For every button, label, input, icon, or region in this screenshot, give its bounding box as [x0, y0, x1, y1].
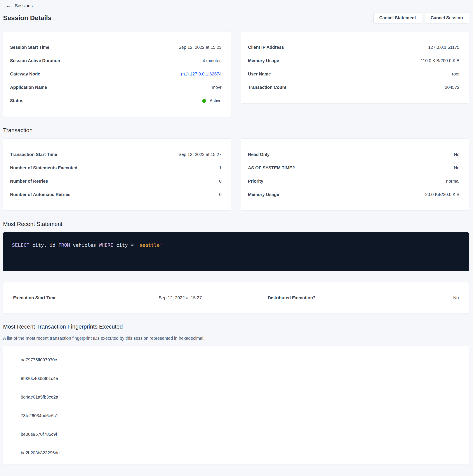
sql-statement-block: SELECT city, id FROM vehicles WHERE city… [3, 232, 469, 271]
info-label: Read Only [248, 152, 270, 157]
info-label: Priority [248, 179, 263, 184]
execution-start-time-value: Sep 12, 2022 at 15:27 [125, 295, 236, 300]
info-value: No [454, 152, 459, 157]
info-row-statements-executed: Number of Statements Executed 1 [10, 161, 222, 175]
fingerprints-card: aa79775ff097970c 8f920c40d88b1c4e 8d4ae6… [3, 346, 469, 464]
fingerprint-item: aa79775ff097970c [13, 351, 459, 369]
sql-string-literal: 'seattle' [137, 242, 163, 248]
cancel-statement-button[interactable]: Cancel Statement [373, 12, 422, 23]
sql-text: city, id [29, 242, 58, 248]
sql-text: vehicles [70, 242, 99, 248]
info-label: User Name [248, 71, 271, 77]
fingerprint-item: 8d4ae61a5fb3ce2a [13, 388, 459, 407]
info-label: Application Name [10, 85, 47, 90]
info-value: 204572 [445, 85, 459, 90]
status-value: Active [210, 98, 221, 103]
info-row-transaction-count: Transaction Count 204572 [248, 81, 460, 94]
info-label: Memory Usage [248, 58, 279, 63]
info-label: Transaction Start Time [10, 152, 57, 157]
info-row-client-ip: Client IP Address 127.0.0.1:51175 [248, 41, 460, 54]
info-value: movr [212, 85, 221, 90]
cancel-session-button[interactable]: Cancel Session [425, 12, 469, 23]
execution-info-card: Execution Start Time Sep 12, 2022 at 15:… [3, 282, 469, 313]
info-label: Session Active Duration [10, 58, 60, 63]
info-label: Transaction Count [248, 85, 287, 90]
info-value: 1 [219, 165, 221, 170]
info-label: Number of Retries [10, 179, 48, 184]
info-value: No [454, 165, 459, 170]
info-value: normal [446, 179, 459, 184]
info-row-transaction-start-time: Transaction Start Time Sep 12, 2022 at 1… [10, 148, 222, 161]
session-cards-row: Session Start Time Sep 12, 2022 at 15:23… [3, 31, 469, 117]
session-details-page: ← Sessions Session Details Cancel Statem… [0, 0, 473, 471]
info-value: Sep 12, 2022 at 15:23 [179, 45, 222, 50]
info-row-automatic-retries: Number of Automatic Retries 0 [10, 188, 222, 201]
info-label: Session Start Time [10, 45, 49, 50]
transaction-properties-card: Read Only No AS OF SYSTEM TIME? No Prior… [241, 138, 469, 211]
info-label: Client IP Address [248, 45, 284, 50]
info-label: Number of Statements Executed [10, 165, 77, 170]
info-row-gateway-node: Gateway Node (n1) 127.0.0.1:62674 [10, 67, 222, 81]
sql-text: city = [114, 242, 137, 248]
info-row-user-name: User Name root [248, 67, 460, 81]
info-row-number-of-retries: Number of Retries 0 [10, 175, 222, 188]
info-row-session-start-time: Session Start Time Sep 12, 2022 at 15:23 [10, 41, 222, 54]
session-info-card: Session Start Time Sep 12, 2022 at 15:23… [3, 31, 231, 117]
info-value: 0 [219, 179, 221, 184]
header-actions: Cancel Statement Cancel Session [373, 12, 469, 23]
info-value: 127.0.0.1:51175 [428, 45, 459, 50]
distributed-execution-value: No [347, 295, 459, 300]
info-row-read-only: Read Only No [248, 148, 460, 161]
info-row-as-of-system-time: AS OF SYSTEM TIME? No [248, 161, 460, 175]
back-to-sessions-link[interactable]: ← Sessions [5, 2, 34, 9]
status-active-dot-icon [202, 99, 206, 103]
info-label: Gateway Node [10, 71, 40, 77]
fingerprint-item: be06e9570f785c9f [13, 425, 459, 444]
sql-keyword: FROM [58, 242, 70, 248]
sql-keyword: SELECT [12, 242, 29, 248]
info-row-status: Status Active [10, 94, 222, 107]
info-value: 0 [219, 192, 221, 197]
info-row-application-name: Application Name movr [10, 81, 222, 94]
transaction-section-title: Transaction [3, 127, 469, 134]
client-info-card: Client IP Address 127.0.0.1:51175 Memory… [241, 31, 469, 103]
info-value: 4 minutes [203, 58, 222, 63]
fingerprint-item: 8f920c40d88b1c4e [13, 369, 459, 388]
fingerprint-item: 73fe26034bd6e6c1 [13, 407, 459, 425]
fingerprint-item: ba2b203b823296de [13, 444, 459, 462]
execution-start-time-label: Execution Start Time [13, 295, 125, 300]
info-value: root [452, 71, 459, 77]
info-label: Memory Usage [248, 192, 279, 197]
statement-section-title: Most Recent Statement [3, 221, 469, 227]
sql-keyword: WHERE [99, 242, 113, 248]
info-value: Sep 12, 2022 at 15:27 [179, 152, 222, 157]
info-row-txn-memory-usage: Memory Usage 20.0 KiB/20.0 KiB [248, 188, 460, 201]
status-badge: Active [202, 98, 221, 103]
transaction-cards-row: Transaction Start Time Sep 12, 2022 at 1… [3, 138, 469, 211]
fingerprints-section-title: Most Recent Transaction Fingerprints Exe… [3, 323, 469, 330]
distributed-execution-label: Distributed Execution? [236, 295, 347, 300]
page-title: Session Details [3, 14, 51, 22]
back-link-label: Sessions [15, 3, 33, 8]
back-arrow-icon: ← [6, 3, 11, 8]
info-value: 20.0 KiB/20.0 KiB [425, 192, 459, 197]
transaction-info-card: Transaction Start Time Sep 12, 2022 at 1… [3, 138, 231, 211]
gateway-node-link[interactable]: (n1) 127.0.0.1:62674 [181, 71, 222, 77]
info-label: Status [10, 98, 23, 103]
info-row-memory-usage: Memory Usage 110.0 KiB/200.0 KiB [248, 54, 460, 67]
info-row-priority: Priority normal [248, 175, 460, 188]
info-value: 110.0 KiB/200.0 KiB [421, 58, 459, 63]
info-row-session-active-duration: Session Active Duration 4 minutes [10, 54, 222, 67]
info-label: Number of Automatic Retries [10, 192, 70, 197]
fingerprints-section-subtitle: A list of the most recent transaction fi… [3, 336, 469, 341]
page-header: Session Details Cancel Statement Cancel … [3, 12, 469, 23]
info-label: AS OF SYSTEM TIME? [248, 165, 295, 170]
